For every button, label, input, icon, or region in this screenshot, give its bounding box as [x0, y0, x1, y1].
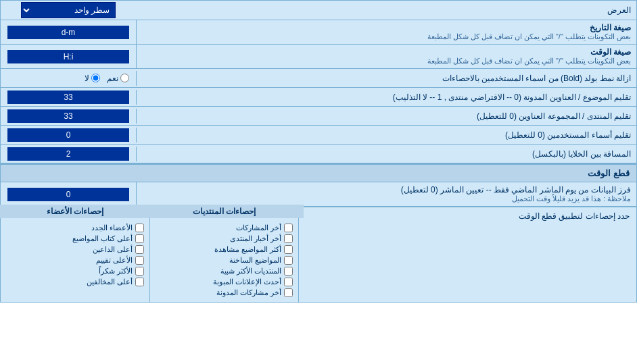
titles-trim-input[interactable] — [7, 90, 129, 104]
forum-trim-label: تقليم المنتدى / المجموعة العناوين (0 للت… — [136, 109, 636, 124]
stats-post-cb-2[interactable] — [284, 234, 293, 243]
stats-post-item-5: المنتديات الأكثر شبية — [156, 267, 293, 276]
cell-space-input[interactable] — [7, 147, 129, 161]
display-select[interactable]: سطر واحد سطرين ثلاثة أسطر — [21, 2, 116, 18]
titles-trim-label: تقليم الموضوع / العناوين المدونة (0 -- ا… — [136, 90, 636, 105]
stats-post-item-6: أحدث الإعلانات المبوبة — [156, 278, 293, 286]
stats-member-cb-1[interactable] — [135, 224, 144, 232]
users-trim-input[interactable] — [7, 128, 129, 142]
stats-post-cb-4[interactable] — [284, 256, 293, 265]
stats-post-cb-1[interactable] — [284, 224, 293, 232]
stats-post-cb-5[interactable] — [284, 267, 293, 276]
users-trim-input-area — [1, 127, 136, 143]
titles-trim-input-area — [1, 89, 136, 105]
time-format-input[interactable] — [7, 50, 129, 63]
forum-trim-input-area — [1, 108, 136, 124]
time-format-input-area — [1, 49, 136, 65]
bold-remove-label: ازالة نمط بولد (Bold) من اسماء المستخدمي… — [136, 71, 636, 86]
date-format-row: صيغة التاريخ بعض التكوينات يتطلب "/" الت… — [1, 20, 636, 45]
stats-post-item-7: أخر مشاركات المدونة — [156, 288, 293, 297]
stats-grid: حدد إحصاءات لتطبيق قطع الوقت إحصاءات الم… — [1, 207, 636, 302]
stats-posts-col: إحصاءات المنتديات أخر المشاركات أخر أخبا… — [149, 207, 298, 302]
date-format-input-area — [1, 24, 136, 41]
time-format-label: صيغة الوقت بعض التكوينات يتطلب "/" التي … — [136, 45, 636, 68]
time-format-row: صيغة الوقت بعض التكوينات يتطلب "/" التي … — [1, 45, 636, 69]
stats-post-item-2: أخر أخبار المنتدى — [156, 234, 293, 243]
stats-member-cb-4[interactable] — [135, 256, 144, 265]
stats-post-cb-7[interactable] — [284, 288, 293, 297]
forum-trim-row: تقليم المنتدى / المجموعة العناوين (0 للت… — [1, 107, 636, 126]
stats-members-title: إحصاءات الأعضاء — [0, 205, 155, 218]
stats-member-item-1: الأعضاء الجدد — [6, 224, 144, 232]
users-trim-row: تقليم أسماء المستخدمين (0 للتعطيل) — [1, 126, 636, 145]
bold-yes-radio[interactable] — [120, 74, 129, 82]
stats-post-cb-3[interactable] — [284, 245, 293, 254]
cutoff-section-header: قطع الوقت — [1, 163, 636, 182]
stats-posts-title: إحصاءات المنتديات — [145, 205, 304, 218]
stats-limit-label: حدد إحصاءات لتطبيق قطع الوقت — [298, 207, 636, 302]
cutoff-days-input[interactable] — [7, 188, 129, 201]
stats-post-item-1: أخر المشاركات — [156, 224, 293, 232]
forum-trim-input[interactable] — [7, 109, 129, 123]
bold-remove-radios: نعم لا — [1, 72, 136, 84]
bold-yes-label[interactable]: نعم — [107, 74, 129, 83]
stats-member-cb-2[interactable] — [135, 234, 144, 243]
cutoff-days-label: فرز البيانات من يوم الماشر الماضي فقط --… — [136, 182, 636, 206]
header-row: العرض سطر واحد سطرين ثلاثة أسطر — [1, 1, 636, 20]
stats-member-item-2: أعلى كتاب المواضيع — [6, 234, 144, 243]
stats-member-item-6: أعلى المخالفين — [6, 278, 144, 286]
stats-member-item-4: الأعلى تقييم — [6, 256, 144, 265]
titles-trim-row: تقليم الموضوع / العناوين المدونة (0 -- ا… — [1, 88, 636, 107]
stats-member-item-3: أعلى الداعين — [6, 245, 144, 254]
bold-remove-row: ازالة نمط بولد (Bold) من اسماء المستخدمي… — [1, 69, 636, 88]
cutoff-days-row: فرز البيانات من يوم الماشر الماضي فقط --… — [1, 182, 636, 207]
header-label: العرض — [136, 3, 636, 18]
date-format-label: صيغة التاريخ بعض التكوينات يتطلب "/" الت… — [136, 20, 636, 44]
stats-post-cb-6[interactable] — [284, 278, 293, 286]
stats-members-col: إحصاءات الأعضاء الأعضاء الجدد أعلى كتاب … — [1, 207, 149, 302]
users-trim-label: تقليم أسماء المستخدمين (0 للتعطيل) — [136, 128, 636, 142]
stats-member-cb-5[interactable] — [135, 267, 144, 276]
header-select-area: سطر واحد سطرين ثلاثة أسطر — [1, 1, 136, 20]
cutoff-days-input-area — [1, 186, 136, 203]
bold-no-label[interactable]: لا — [85, 74, 100, 83]
stats-member-item-5: الأكثر شكراً — [6, 267, 144, 276]
date-format-input[interactable] — [7, 26, 129, 39]
cell-space-label: المسافة بين الخلايا (بالبكسل) — [136, 147, 636, 161]
bold-no-radio[interactable] — [91, 74, 100, 82]
stats-post-item-3: أكثر المواضيع مشاهدة — [156, 245, 293, 254]
stats-post-item-4: المواضيع الساخنة — [156, 256, 293, 265]
stats-member-cb-6[interactable] — [135, 278, 144, 286]
cell-space-input-area — [1, 146, 136, 162]
cell-space-row: المسافة بين الخلايا (بالبكسل) — [1, 145, 636, 163]
stats-member-cb-3[interactable] — [135, 245, 144, 254]
